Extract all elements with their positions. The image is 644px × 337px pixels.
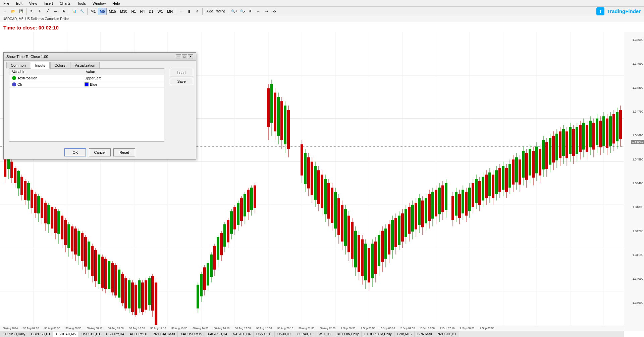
load-button[interactable]: Load [170,69,193,76]
svg-rect-237 [405,209,407,237]
tab-bnb-m15[interactable]: BNB,M15 [394,331,415,337]
dialog-tab-inputs[interactable]: Inputs [31,62,50,69]
hline-tool[interactable]: — [52,8,59,15]
svg-rect-115 [148,278,151,305]
tf-mn[interactable]: MN [165,8,174,15]
tab-usdjpy-h4[interactable]: USDJPY,H4 [103,331,127,337]
svg-rect-263 [451,196,454,220]
menu-file[interactable]: File [1,0,11,6]
indicators-btn[interactable]: 📊 [70,8,78,15]
reset-button[interactable]: Reset [113,148,135,156]
dialog-tab-common[interactable]: Common [6,62,30,68]
svg-rect-143 [227,220,229,243]
svg-rect-125 [197,285,199,309]
grid-btn[interactable]: # [247,8,254,15]
dialog-restore-btn[interactable]: □ [182,54,187,59]
menu-insert[interactable]: Insert [42,0,55,6]
svg-rect-225 [384,228,387,259]
svg-rect-277 [475,179,478,203]
dialog-tab-colors[interactable]: Colors [50,62,70,68]
zoom-out-btn[interactable]: 🔍- [238,8,246,15]
tab-us30-h1[interactable]: US30,H1 [275,331,294,337]
crosshair-tool[interactable]: ✛ [36,8,43,15]
menu-charts[interactable]: Charts [58,0,72,6]
algo-trading-btn[interactable]: Algo Trading [204,8,227,15]
tab-us500-h1[interactable]: US500,H1 [254,331,275,337]
svg-rect-55 [47,205,50,224]
settings-dialog: Show Time To Close 1.00 — □ ✕ Common Inp… [3,52,196,159]
tab-nzdchf-h1[interactable]: NZDCHF,H1 [435,331,460,337]
tab-gbpusd-h1[interactable]: GBPUSD,H1 [28,331,53,337]
svg-rect-195 [334,192,337,229]
autoscroll-btn[interactable]: ↔ [255,8,262,15]
svg-rect-337 [576,127,578,154]
dialog-close-btn[interactable]: ✕ [188,54,193,59]
tab-ethereum-daily[interactable]: ETHEREUM,Daily [362,331,394,337]
tf-h4[interactable]: H4 [138,8,146,15]
menu-view[interactable]: View [27,0,39,6]
tab-bitcoin-daily[interactable]: BITCOIN,Daily [334,331,362,337]
chart-shift-btn[interactable]: ⇥ [263,8,270,15]
dialog-tab-visualization[interactable]: Visualization [70,62,100,68]
svg-rect-139 [220,233,223,255]
tab-usdchf-h1[interactable]: USDCHF,H1 [79,331,103,337]
tab-ger40-h1[interactable]: GER40,H1 [294,331,316,337]
tab-nzdcad-m30[interactable]: NZDCAD,M30 [151,331,178,337]
line-tool[interactable]: ╱ [44,8,51,15]
dialog-content-area: Variable Value TextPosition UpperLeft [4,68,196,146]
tab-audjpy-h1[interactable]: AUDJPY,H1 [127,331,151,337]
tf-h1[interactable]: H1 [129,8,138,15]
chart-type-bar[interactable]: ▮ [185,8,193,15]
save-button[interactable]: Save [170,78,193,85]
properties-btn[interactable]: ⚙ [271,8,278,15]
row-clr[interactable]: Clr Blue [9,81,164,88]
row-textposition[interactable]: TextPosition UpperLeft [9,75,164,81]
tab-brn-m30[interactable]: BRN,M30 [415,331,435,337]
svg-rect-199 [341,205,343,242]
price-level: 1.34590 [632,158,643,161]
menu-window[interactable]: Window [91,0,108,6]
tf-d1[interactable]: D1 [147,8,155,15]
price-level: 1.34690 [632,134,643,137]
arrow-tool[interactable]: ↖ [28,8,35,15]
logo-text: TradingFinder [607,8,641,14]
tab-eurusd-daily[interactable]: EURUSD,Daily [0,331,28,337]
dialog-minimize-btn[interactable]: — [176,54,181,59]
chart-type-candle[interactable]: 🕯 [194,8,201,15]
instrument-bar: USDCAD, M5: US Dollar vs Canadian Dollar [0,16,644,22]
tf-w1[interactable]: W1 [156,8,165,15]
text-tool[interactable]: A [60,8,67,15]
tab-xauusd-m15[interactable]: XAUUSD,M15 [178,331,205,337]
svg-rect-219 [374,242,377,274]
svg-rect-103 [128,280,130,309]
tpl-btn[interactable]: 🔧 [78,8,86,15]
price-level: 1.34390 [632,205,643,209]
tf-m1[interactable]: M1 [89,8,97,15]
menu-help[interactable]: Help [110,0,122,6]
dialog-titlebar[interactable]: Show Time To Close 1.00 — □ ✕ [4,53,196,61]
svg-rect-259 [441,185,444,212]
cancel-button[interactable]: Cancel [89,148,111,156]
tab-xagusd-h4[interactable]: XAGUSD,H4 [205,331,230,337]
menu-edit[interactable]: Edit [14,0,24,6]
new-chart-btn[interactable]: + [1,8,9,15]
zoom-in-btn[interactable]: 🔍+ [230,8,238,15]
tab-nas100-h4[interactable]: NAS100,H4 [230,331,254,337]
tab-usdcad-m5[interactable]: USDCAD,M5 [53,332,79,337]
tab-wtl-h1[interactable]: WTL,H1 [316,331,334,337]
chart-type-line[interactable]: 〰 [177,8,185,15]
tf-m5[interactable]: M5 [98,8,106,15]
open-btn[interactable]: 📂 [9,8,17,15]
menu-tools[interactable]: Tools [75,0,88,6]
save-btn[interactable]: 💾 [17,8,25,15]
svg-rect-235 [401,213,404,242]
header-value: Value [86,70,161,74]
svg-rect-283 [485,175,488,198]
row-value-textposition: UpperLeft [85,76,161,80]
row-name-textposition: TextPosition [17,76,85,80]
dialog-title: Show Time To Close 1.00 [6,55,48,59]
tf-m15[interactable]: M15 [107,8,118,15]
svg-rect-75 [81,233,84,261]
ok-button[interactable]: OK [64,148,86,156]
tf-m30[interactable]: M30 [118,8,129,15]
